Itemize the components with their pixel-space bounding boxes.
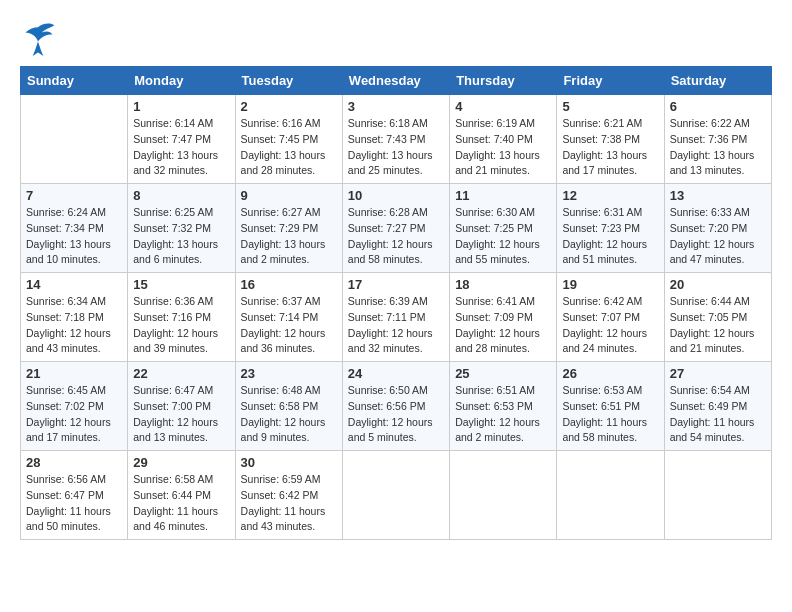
calendar-cell: 4Sunrise: 6:19 AM Sunset: 7:40 PM Daylig… (450, 95, 557, 184)
calendar-cell: 10Sunrise: 6:28 AM Sunset: 7:27 PM Dayli… (342, 184, 449, 273)
calendar-cell: 11Sunrise: 6:30 AM Sunset: 7:25 PM Dayli… (450, 184, 557, 273)
day-header-friday: Friday (557, 67, 664, 95)
calendar-cell (21, 95, 128, 184)
calendar-cell: 14Sunrise: 6:34 AM Sunset: 7:18 PM Dayli… (21, 273, 128, 362)
calendar-cell (342, 451, 449, 540)
day-info: Sunrise: 6:48 AM Sunset: 6:58 PM Dayligh… (241, 383, 337, 446)
day-number: 23 (241, 366, 337, 381)
day-number: 21 (26, 366, 122, 381)
calendar-week-row: 21Sunrise: 6:45 AM Sunset: 7:02 PM Dayli… (21, 362, 772, 451)
day-info: Sunrise: 6:22 AM Sunset: 7:36 PM Dayligh… (670, 116, 766, 179)
calendar-cell: 12Sunrise: 6:31 AM Sunset: 7:23 PM Dayli… (557, 184, 664, 273)
calendar-cell: 26Sunrise: 6:53 AM Sunset: 6:51 PM Dayli… (557, 362, 664, 451)
day-number: 14 (26, 277, 122, 292)
day-info: Sunrise: 6:41 AM Sunset: 7:09 PM Dayligh… (455, 294, 551, 357)
day-number: 12 (562, 188, 658, 203)
calendar-week-row: 1Sunrise: 6:14 AM Sunset: 7:47 PM Daylig… (21, 95, 772, 184)
day-number: 7 (26, 188, 122, 203)
day-number: 1 (133, 99, 229, 114)
calendar-cell: 2Sunrise: 6:16 AM Sunset: 7:45 PM Daylig… (235, 95, 342, 184)
day-header-saturday: Saturday (664, 67, 771, 95)
day-number: 30 (241, 455, 337, 470)
calendar-cell: 20Sunrise: 6:44 AM Sunset: 7:05 PM Dayli… (664, 273, 771, 362)
calendar-table: SundayMondayTuesdayWednesdayThursdayFrid… (20, 66, 772, 540)
calendar-cell: 19Sunrise: 6:42 AM Sunset: 7:07 PM Dayli… (557, 273, 664, 362)
day-info: Sunrise: 6:19 AM Sunset: 7:40 PM Dayligh… (455, 116, 551, 179)
day-info: Sunrise: 6:58 AM Sunset: 6:44 PM Dayligh… (133, 472, 229, 535)
day-number: 4 (455, 99, 551, 114)
day-info: Sunrise: 6:33 AM Sunset: 7:20 PM Dayligh… (670, 205, 766, 268)
calendar-cell: 29Sunrise: 6:58 AM Sunset: 6:44 PM Dayli… (128, 451, 235, 540)
day-info: Sunrise: 6:59 AM Sunset: 6:42 PM Dayligh… (241, 472, 337, 535)
calendar-cell (557, 451, 664, 540)
day-header-tuesday: Tuesday (235, 67, 342, 95)
calendar-cell: 28Sunrise: 6:56 AM Sunset: 6:47 PM Dayli… (21, 451, 128, 540)
calendar-cell: 8Sunrise: 6:25 AM Sunset: 7:32 PM Daylig… (128, 184, 235, 273)
day-info: Sunrise: 6:25 AM Sunset: 7:32 PM Dayligh… (133, 205, 229, 268)
day-info: Sunrise: 6:39 AM Sunset: 7:11 PM Dayligh… (348, 294, 444, 357)
day-info: Sunrise: 6:37 AM Sunset: 7:14 PM Dayligh… (241, 294, 337, 357)
calendar-cell: 30Sunrise: 6:59 AM Sunset: 6:42 PM Dayli… (235, 451, 342, 540)
calendar-cell: 7Sunrise: 6:24 AM Sunset: 7:34 PM Daylig… (21, 184, 128, 273)
day-info: Sunrise: 6:24 AM Sunset: 7:34 PM Dayligh… (26, 205, 122, 268)
day-number: 19 (562, 277, 658, 292)
calendar-cell (664, 451, 771, 540)
calendar-cell: 3Sunrise: 6:18 AM Sunset: 7:43 PM Daylig… (342, 95, 449, 184)
day-number: 18 (455, 277, 551, 292)
page-header (20, 20, 772, 56)
calendar-cell: 9Sunrise: 6:27 AM Sunset: 7:29 PM Daylig… (235, 184, 342, 273)
calendar-cell: 21Sunrise: 6:45 AM Sunset: 7:02 PM Dayli… (21, 362, 128, 451)
day-number: 13 (670, 188, 766, 203)
day-number: 9 (241, 188, 337, 203)
calendar-cell: 18Sunrise: 6:41 AM Sunset: 7:09 PM Dayli… (450, 273, 557, 362)
day-number: 26 (562, 366, 658, 381)
calendar-cell: 16Sunrise: 6:37 AM Sunset: 7:14 PM Dayli… (235, 273, 342, 362)
day-info: Sunrise: 6:44 AM Sunset: 7:05 PM Dayligh… (670, 294, 766, 357)
day-header-wednesday: Wednesday (342, 67, 449, 95)
calendar-header-row: SundayMondayTuesdayWednesdayThursdayFrid… (21, 67, 772, 95)
calendar-cell: 22Sunrise: 6:47 AM Sunset: 7:00 PM Dayli… (128, 362, 235, 451)
calendar-cell: 1Sunrise: 6:14 AM Sunset: 7:47 PM Daylig… (128, 95, 235, 184)
logo-icon (20, 20, 56, 56)
day-info: Sunrise: 6:56 AM Sunset: 6:47 PM Dayligh… (26, 472, 122, 535)
calendar-cell: 24Sunrise: 6:50 AM Sunset: 6:56 PM Dayli… (342, 362, 449, 451)
logo (20, 20, 62, 56)
day-number: 5 (562, 99, 658, 114)
calendar-cell: 15Sunrise: 6:36 AM Sunset: 7:16 PM Dayli… (128, 273, 235, 362)
day-info: Sunrise: 6:18 AM Sunset: 7:43 PM Dayligh… (348, 116, 444, 179)
day-info: Sunrise: 6:34 AM Sunset: 7:18 PM Dayligh… (26, 294, 122, 357)
day-number: 16 (241, 277, 337, 292)
day-number: 20 (670, 277, 766, 292)
day-info: Sunrise: 6:14 AM Sunset: 7:47 PM Dayligh… (133, 116, 229, 179)
day-number: 17 (348, 277, 444, 292)
calendar-cell: 25Sunrise: 6:51 AM Sunset: 6:53 PM Dayli… (450, 362, 557, 451)
day-number: 25 (455, 366, 551, 381)
day-number: 10 (348, 188, 444, 203)
day-info: Sunrise: 6:42 AM Sunset: 7:07 PM Dayligh… (562, 294, 658, 357)
day-info: Sunrise: 6:16 AM Sunset: 7:45 PM Dayligh… (241, 116, 337, 179)
calendar-cell (450, 451, 557, 540)
day-number: 3 (348, 99, 444, 114)
day-info: Sunrise: 6:53 AM Sunset: 6:51 PM Dayligh… (562, 383, 658, 446)
day-number: 28 (26, 455, 122, 470)
calendar-week-row: 28Sunrise: 6:56 AM Sunset: 6:47 PM Dayli… (21, 451, 772, 540)
day-info: Sunrise: 6:45 AM Sunset: 7:02 PM Dayligh… (26, 383, 122, 446)
day-header-sunday: Sunday (21, 67, 128, 95)
calendar-cell: 17Sunrise: 6:39 AM Sunset: 7:11 PM Dayli… (342, 273, 449, 362)
calendar-week-row: 14Sunrise: 6:34 AM Sunset: 7:18 PM Dayli… (21, 273, 772, 362)
day-info: Sunrise: 6:50 AM Sunset: 6:56 PM Dayligh… (348, 383, 444, 446)
day-number: 27 (670, 366, 766, 381)
day-info: Sunrise: 6:36 AM Sunset: 7:16 PM Dayligh… (133, 294, 229, 357)
day-info: Sunrise: 6:51 AM Sunset: 6:53 PM Dayligh… (455, 383, 551, 446)
day-number: 8 (133, 188, 229, 203)
calendar-cell: 13Sunrise: 6:33 AM Sunset: 7:20 PM Dayli… (664, 184, 771, 273)
calendar-cell: 5Sunrise: 6:21 AM Sunset: 7:38 PM Daylig… (557, 95, 664, 184)
day-info: Sunrise: 6:27 AM Sunset: 7:29 PM Dayligh… (241, 205, 337, 268)
day-number: 6 (670, 99, 766, 114)
day-number: 22 (133, 366, 229, 381)
day-info: Sunrise: 6:21 AM Sunset: 7:38 PM Dayligh… (562, 116, 658, 179)
day-number: 15 (133, 277, 229, 292)
day-header-monday: Monday (128, 67, 235, 95)
day-number: 24 (348, 366, 444, 381)
day-number: 11 (455, 188, 551, 203)
